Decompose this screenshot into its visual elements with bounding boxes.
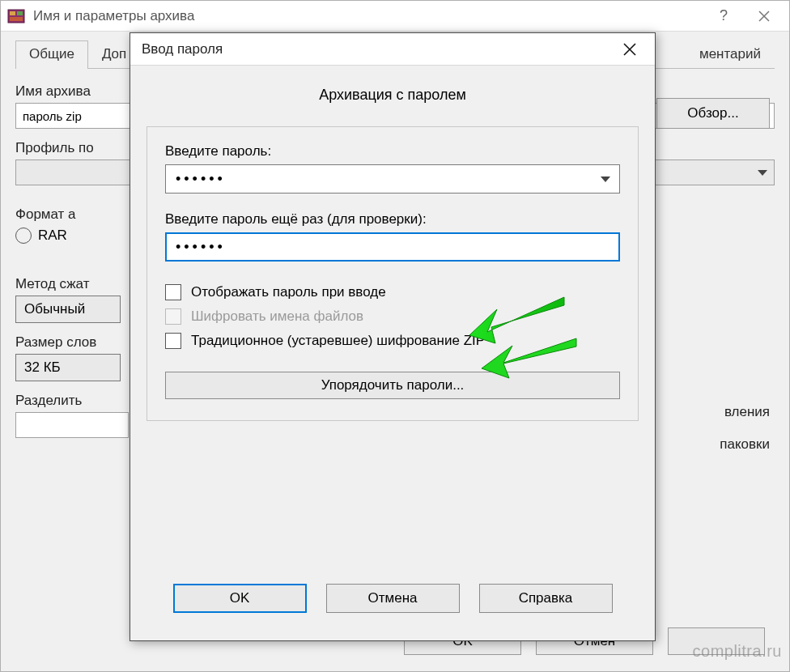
- split-input[interactable]: [15, 412, 129, 438]
- tab-general[interactable]: Общие: [15, 40, 88, 69]
- watermark: complitra.ru: [693, 642, 782, 661]
- format-group-label: Формат а: [15, 206, 129, 223]
- app-icon: [6, 6, 27, 27]
- dialog-heading: Архивация с паролем: [147, 87, 639, 104]
- format-rar-radio[interactable]: [15, 228, 32, 244]
- dialog-ok-button[interactable]: OK: [173, 584, 307, 613]
- dialog-close-button[interactable]: [611, 33, 648, 66]
- encrypt-names-label: Шифровать имена файлов: [191, 308, 363, 325]
- show-password-row[interactable]: Отображать пароль при вводе: [165, 284, 620, 300]
- dialog-footer: OK Отмена Справка: [147, 568, 639, 629]
- help-button[interactable]: ?: [703, 1, 744, 32]
- show-password-label: Отображать пароль при вводе: [191, 284, 386, 300]
- svg-rect-1: [10, 11, 15, 15]
- parent-titlebar: Имя и параметры архива ?: [1, 1, 789, 32]
- password-history-dropdown[interactable]: [591, 164, 620, 194]
- legacy-zip-checkbox[interactable]: [165, 333, 181, 349]
- dict-dropdown[interactable]: 32 КБ: [15, 354, 121, 381]
- bg-text-1: вления: [724, 404, 770, 420]
- password-input[interactable]: [165, 164, 620, 194]
- dialog-help-button[interactable]: Справка: [479, 584, 613, 613]
- dialog-titlebar: Ввод пароля: [130, 33, 655, 66]
- chevron-down-icon: [758, 170, 767, 176]
- bg-text-2: паковки: [720, 436, 770, 453]
- tab-comment[interactable]: ментарий: [686, 40, 775, 69]
- password-group: Введите пароль: Введите пароль ещё раз (…: [147, 126, 639, 421]
- password-confirm-label: Введите пароль ещё раз (для проверки):: [165, 211, 620, 228]
- encrypt-names-checkbox: [165, 308, 181, 325]
- archive-name-value: пароль zip: [23, 109, 82, 123]
- parent-window-title: Имя и параметры архива: [33, 8, 703, 24]
- dialog-cancel-button[interactable]: Отмена: [326, 584, 460, 613]
- svg-rect-2: [17, 11, 23, 15]
- dict-value: 32 КБ: [24, 359, 61, 376]
- browse-button[interactable]: Обзор...: [656, 98, 770, 129]
- legacy-zip-label: Традиционное (устаревшее) шифрование ZIP: [191, 333, 485, 349]
- dialog-title: Ввод пароля: [142, 41, 611, 57]
- close-parent-button[interactable]: [744, 1, 784, 32]
- show-password-checkbox[interactable]: [165, 284, 181, 300]
- password-confirm-input[interactable]: [165, 232, 620, 262]
- method-dropdown[interactable]: Обычный: [15, 296, 121, 323]
- chevron-down-icon: [601, 177, 610, 182]
- legacy-zip-row[interactable]: Традиционное (устаревшее) шифрование ZIP: [165, 333, 620, 349]
- password-label: Введите пароль:: [165, 143, 620, 159]
- format-rar-label: RAR: [38, 228, 67, 244]
- close-icon: [622, 42, 637, 57]
- password-dialog: Ввод пароля Архивация с паролем Введите …: [130, 32, 656, 641]
- method-value: Обычный: [24, 301, 85, 317]
- svg-rect-3: [10, 17, 23, 21]
- organize-passwords-button[interactable]: Упорядочить пароли...: [165, 372, 620, 399]
- encrypt-names-row: Шифровать имена файлов: [165, 308, 620, 325]
